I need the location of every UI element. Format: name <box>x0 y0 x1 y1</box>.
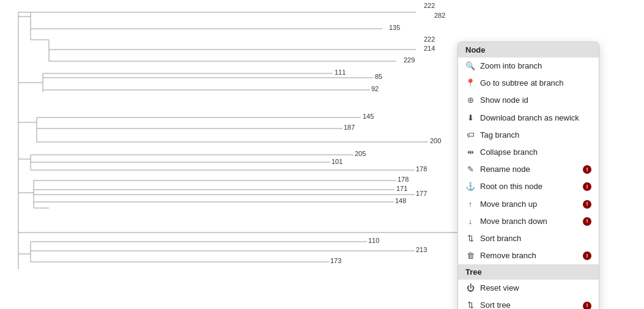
svg-text:200: 200 <box>430 137 441 144</box>
zoom-branch-item[interactable]: 🔍 Zoom into branch <box>458 58 599 75</box>
svg-text:145: 145 <box>363 113 374 120</box>
download-icon: ⬇ <box>465 113 475 123</box>
root-on-node-item[interactable]: ⚓ Root on this node ! <box>458 178 599 195</box>
svg-text:222: 222 <box>424 2 435 9</box>
tag-branch-label: Tag branch <box>480 130 591 141</box>
rename-node-item[interactable]: ✎ Rename node ! <box>458 161 599 178</box>
move-branch-down-badge: ! <box>583 217 591 226</box>
sort-tree-icon: ⇅ <box>465 301 475 309</box>
move-branch-up-badge: ! <box>583 200 591 209</box>
move-up-icon: ↑ <box>465 199 475 209</box>
edit-icon: ✎ <box>465 165 475 174</box>
sort-branch-label: Sort branch <box>480 233 591 244</box>
tree-canvas: 222 282 135 222 214 229 111 85 92 145 18… <box>0 0 459 309</box>
tree-section-header: Tree <box>458 264 599 280</box>
root-on-node-badge: ! <box>583 182 591 191</box>
svg-text:101: 101 <box>331 158 342 165</box>
root-on-node-label: Root on this node <box>480 181 578 192</box>
context-menu: Node 🔍 Zoom into branch 📍 Go to subtree … <box>457 42 599 309</box>
remove-branch-label: Remove branch <box>480 250 578 261</box>
svg-text:173: 173 <box>330 257 341 264</box>
svg-text:229: 229 <box>404 56 415 64</box>
svg-text:214: 214 <box>424 45 435 52</box>
reset-view-label: Reset view <box>480 283 591 294</box>
svg-text:92: 92 <box>371 85 379 92</box>
svg-text:205: 205 <box>355 150 366 157</box>
goto-subtree-item[interactable]: 📍 Go to subtree at branch <box>458 75 599 92</box>
svg-text:177: 177 <box>416 190 427 197</box>
svg-text:135: 135 <box>389 24 400 31</box>
zoom-branch-label: Zoom into branch <box>480 61 591 72</box>
svg-text:178: 178 <box>416 165 427 173</box>
sort-tree-item[interactable]: ⇅ Sort tree ! <box>458 297 599 309</box>
sort-branch-icon: ⇅ <box>465 234 475 244</box>
collapse-icon: ⇹ <box>465 147 475 157</box>
sort-tree-badge: ! <box>583 302 591 309</box>
power-icon: ⏻ <box>465 283 475 293</box>
trash-icon: 🗑 <box>465 251 475 261</box>
sort-branch-item[interactable]: ⇅ Sort branch <box>458 230 599 247</box>
sort-tree-label: Sort tree <box>480 300 578 309</box>
zoom-icon: 🔍 <box>465 61 475 71</box>
shield-icon: ⊛ <box>465 95 475 105</box>
move-branch-up-label: Move branch up <box>480 199 578 210</box>
move-branch-down-label: Move branch down <box>480 216 578 227</box>
show-node-id-label: Show node id <box>480 95 591 106</box>
svg-text:213: 213 <box>416 246 427 253</box>
svg-text:178: 178 <box>398 176 409 183</box>
tag-branch-item[interactable]: 🏷 Tag branch <box>458 127 599 144</box>
svg-text:85: 85 <box>375 73 382 80</box>
move-branch-up-item[interactable]: ↑ Move branch up ! <box>458 196 599 213</box>
collapse-branch-label: Collapse branch <box>480 147 591 158</box>
show-node-id-item[interactable]: ⊛ Show node id <box>458 92 599 109</box>
anchor-icon: ⚓ <box>465 182 475 192</box>
node-section-header: Node <box>458 42 599 58</box>
remove-branch-badge: ! <box>583 251 591 260</box>
reset-view-item[interactable]: ⏻ Reset view <box>458 280 599 297</box>
tree-svg: 222 282 135 222 214 229 111 85 92 145 18… <box>0 0 459 309</box>
tag-icon: 🏷 <box>465 130 475 140</box>
rename-node-label: Rename node <box>480 164 578 175</box>
svg-text:171: 171 <box>396 185 407 192</box>
collapse-branch-item[interactable]: ⇹ Collapse branch <box>458 144 599 161</box>
svg-text:187: 187 <box>344 124 355 131</box>
download-newick-item[interactable]: ⬇ Download branch as newick <box>458 110 599 127</box>
move-branch-down-item[interactable]: ↓ Move branch down ! <box>458 213 599 230</box>
pin-icon: 📍 <box>465 78 475 88</box>
goto-subtree-label: Go to subtree at branch <box>480 78 591 89</box>
svg-text:222: 222 <box>424 35 435 43</box>
svg-text:111: 111 <box>335 69 346 76</box>
svg-text:282: 282 <box>434 12 445 19</box>
svg-text:148: 148 <box>395 197 406 204</box>
download-newick-label: Download branch as newick <box>480 113 591 124</box>
remove-branch-item[interactable]: 🗑 Remove branch ! <box>458 247 599 264</box>
move-down-icon: ↓ <box>465 217 475 226</box>
svg-text:110: 110 <box>368 237 379 244</box>
rename-node-badge: ! <box>583 165 591 174</box>
